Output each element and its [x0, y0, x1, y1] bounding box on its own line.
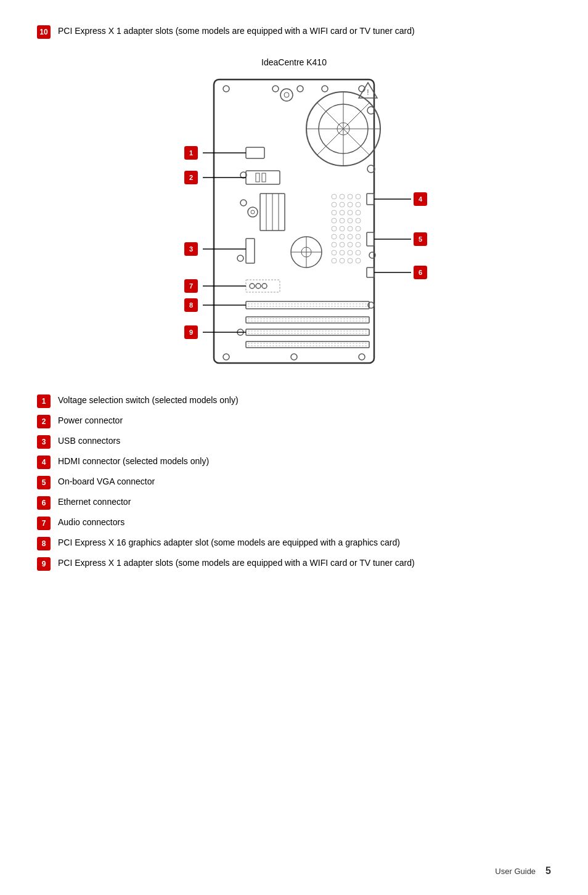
svg-point-67 — [348, 250, 353, 255]
svg-point-58 — [340, 234, 345, 239]
svg-point-54 — [340, 226, 345, 231]
svg-rect-80 — [246, 280, 280, 292]
svg-point-1 — [223, 86, 229, 92]
legend-badge-7: 7 — [37, 517, 51, 530]
legend-item-8: 8PCI Express X 16 graphics adapter slot … — [37, 536, 551, 550]
diagram-title: IdeaCentre K410 — [261, 57, 327, 67]
svg-point-59 — [348, 234, 353, 239]
svg-point-62 — [340, 242, 345, 247]
legend-item-9: 9PCI Express X 1 adapter slots (some mod… — [37, 557, 551, 571]
svg-text:!: ! — [367, 88, 369, 97]
svg-point-39 — [348, 194, 353, 199]
legend-item-7: 7Audio connectors — [37, 516, 551, 530]
svg-point-42 — [340, 202, 345, 207]
legend-badge-1: 1 — [37, 394, 51, 408]
svg-rect-21 — [256, 173, 259, 182]
svg-point-26 — [251, 210, 255, 214]
svg-point-96 — [291, 354, 297, 360]
svg-point-38 — [340, 194, 345, 199]
svg-rect-74 — [367, 232, 374, 246]
svg-rect-88 — [246, 329, 369, 335]
footer-label: User Guide — [495, 867, 536, 876]
legend-item-4: 4HDMI connector (selected models only) — [37, 455, 551, 469]
svg-point-41 — [332, 202, 337, 207]
svg-point-69 — [332, 258, 337, 263]
svg-point-25 — [248, 207, 258, 217]
svg-point-70 — [340, 258, 345, 263]
legend-text-4: HDMI connector (selected models only) — [58, 455, 209, 468]
svg-point-79 — [262, 284, 267, 288]
legend-item-1: 1Voltage selection switch (selected mode… — [37, 394, 551, 408]
svg-rect-20 — [246, 171, 280, 184]
svg-rect-73 — [367, 194, 374, 205]
legend-list: 1Voltage selection switch (selected mode… — [37, 394, 551, 571]
legend-badge-3: 3 — [37, 435, 51, 449]
diagram-section: IdeaCentre K410 — [37, 57, 551, 375]
svg-point-52 — [356, 218, 361, 223]
diagram-badge-8: 8 — [184, 298, 198, 312]
svg-rect-81 — [246, 301, 369, 309]
svg-point-43 — [348, 202, 353, 207]
svg-point-4 — [322, 86, 328, 92]
diagram-badge-9: 9 — [184, 325, 198, 339]
svg-point-46 — [340, 210, 345, 215]
svg-point-44 — [356, 202, 361, 207]
legend-text-1: Voltage selection switch (selected model… — [58, 394, 239, 407]
legend-text-8: PCI Express X 16 graphics adapter slot (… — [58, 536, 400, 549]
svg-point-55 — [348, 226, 353, 231]
svg-point-45 — [332, 210, 337, 215]
svg-point-71 — [348, 258, 353, 263]
legend-text-3: USB connectors — [58, 435, 120, 448]
legend-text-5: On-board VGA connector — [58, 475, 155, 488]
svg-point-60 — [356, 234, 361, 239]
legend-text-7: Audio connectors — [58, 516, 125, 529]
svg-point-72 — [356, 258, 361, 263]
legend-badge-2: 2 — [37, 415, 51, 428]
item-10: 10 PCI Express X 1 adapter slots (some m… — [37, 25, 551, 39]
svg-point-51 — [348, 218, 353, 223]
svg-point-28 — [237, 255, 243, 261]
svg-point-63 — [348, 242, 353, 247]
legend-item-6: 6Ethernet connector — [37, 496, 551, 510]
footer-page: 5 — [545, 865, 551, 877]
item-10-text: PCI Express X 1 adapter slots (some mode… — [58, 25, 415, 38]
svg-point-40 — [356, 194, 361, 199]
diagram-badge-3: 3 — [184, 242, 198, 256]
svg-rect-85 — [246, 317, 369, 323]
legend-badge-4: 4 — [37, 456, 51, 469]
svg-point-64 — [356, 242, 361, 247]
svg-point-49 — [332, 218, 337, 223]
legend-badge-9: 9 — [37, 557, 51, 571]
diagram-badge-5: 5 — [414, 232, 427, 246]
diagram-wrapper: ! — [152, 73, 436, 375]
svg-point-61 — [332, 242, 337, 247]
svg-point-77 — [250, 284, 255, 288]
svg-rect-76 — [367, 268, 374, 277]
svg-point-24 — [240, 200, 247, 206]
legend-text-6: Ethernet connector — [58, 496, 131, 509]
svg-point-95 — [223, 354, 229, 360]
diagram-badge-4: 4 — [414, 192, 427, 206]
diagram-badge-6: 6 — [414, 266, 427, 279]
svg-rect-27 — [246, 239, 255, 263]
legend-text-9: PCI Express X 1 adapter slots (some mode… — [58, 557, 415, 570]
legend-badge-6: 6 — [37, 496, 51, 510]
svg-point-53 — [332, 226, 337, 231]
svg-point-78 — [256, 284, 261, 288]
svg-point-48 — [356, 210, 361, 215]
svg-point-7 — [284, 92, 289, 97]
legend-badge-5: 5 — [37, 476, 51, 489]
legend-item-5: 5On-board VGA connector — [37, 475, 551, 489]
svg-point-97 — [359, 354, 365, 360]
svg-rect-91 — [246, 341, 369, 348]
svg-point-47 — [348, 210, 353, 215]
svg-point-65 — [332, 250, 337, 255]
svg-rect-22 — [262, 173, 266, 182]
legend-badge-8: 8 — [37, 537, 51, 550]
svg-point-6 — [280, 89, 293, 101]
svg-point-3 — [297, 86, 303, 92]
footer: User Guide 5 — [495, 865, 551, 877]
svg-point-57 — [332, 234, 337, 239]
diagram-badge-7: 7 — [184, 279, 198, 293]
svg-point-50 — [340, 218, 345, 223]
